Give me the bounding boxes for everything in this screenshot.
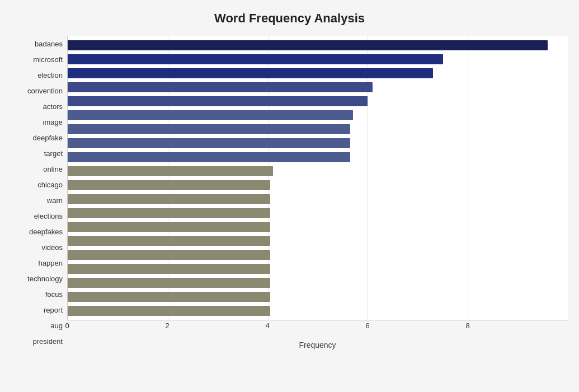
y-label: aug [50,319,63,333]
bar [68,236,270,246]
y-label: image [43,115,63,129]
bar [68,54,443,64]
x-axis-title: Frequency [67,341,568,350]
bar-row [68,53,568,65]
y-label: actors [43,99,63,114]
y-label: microsoft [33,52,63,67]
bar-row [68,221,568,233]
chart-container: Word Frequency Analysis badanesmicrosoft… [0,0,579,392]
bar [68,180,270,190]
chart-title: Word Frequency Analysis [11,11,568,26]
bar-row [68,95,568,107]
y-label: videos [41,240,63,255]
bar [68,194,270,204]
bar-row [68,67,568,79]
y-label: deepfakes [29,225,63,239]
y-label: chicago [37,177,63,192]
bar [68,152,350,162]
x-tick-label: 6 [365,322,369,330]
bar [68,138,350,148]
x-tick-label: 8 [465,322,469,330]
y-label: report [44,303,63,318]
bar-row [68,263,568,275]
plot-area: 02468 Frequency [67,36,568,350]
bar [68,124,350,134]
bar-row [68,291,568,303]
bar [68,222,270,232]
y-label: technology [27,272,63,286]
y-label: elections [34,209,63,224]
bar-row [68,235,568,247]
y-label: election [37,68,63,82]
y-label: online [43,162,63,176]
bar-row [68,249,568,261]
bar [68,306,270,316]
bar-row [68,179,568,191]
bar [68,40,548,50]
y-label: happen [39,256,63,271]
y-label: focus [45,287,63,302]
x-tick-label: 4 [265,322,269,330]
y-label: target [44,146,63,160]
bar [68,264,270,274]
bar-row [68,123,568,135]
bar [68,278,270,288]
y-label: convention [27,83,63,98]
x-tick-label: 2 [165,322,169,330]
bar [68,82,373,92]
x-tick-label: 0 [65,322,69,330]
bar-row [68,305,568,317]
bar [68,110,353,120]
bar [68,292,270,302]
bar [68,208,270,218]
bar [68,166,273,176]
chart-area: badanesmicrosoftelectionconventionactors… [11,36,568,350]
bar-row [68,109,568,121]
bar [68,96,368,106]
x-axis-labels: 02468 [67,322,568,338]
bar-row [68,81,568,93]
bar-row [68,193,568,205]
bar-row [68,277,568,289]
bar-row [68,151,568,163]
y-label: president [33,334,63,349]
y-axis-labels: badanesmicrosoftelectionconventionactors… [11,36,67,350]
bar-row [68,137,568,149]
bars-container [68,36,568,320]
bar [68,250,270,260]
bar-row [68,39,568,51]
y-label: badanes [35,36,63,51]
y-label: deepfake [33,130,63,145]
bar-row [68,207,568,219]
grid-and-bars [67,36,568,320]
bar [68,68,433,78]
y-label: warn [47,193,63,207]
bar-row [68,165,568,177]
